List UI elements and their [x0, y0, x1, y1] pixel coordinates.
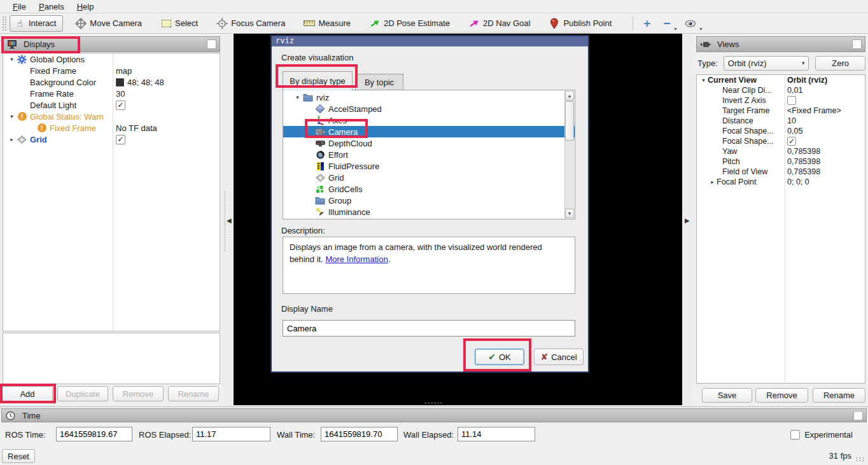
window-resize-grip[interactable] [855, 457, 865, 462]
row-focal-point[interactable]: ▸ Focal Point 0; 0; 0 [697, 177, 865, 187]
expand-arrow-icon[interactable]: ▾ [7, 56, 17, 62]
time-panel-header[interactable]: Time [1, 408, 867, 422]
tab-by-topic[interactable]: By topic [355, 74, 403, 90]
menu-file[interactable]: File [6, 1, 32, 12]
wall-elapsed-input[interactable] [458, 427, 535, 441]
row-focal-shape-size[interactable]: Focal Shape... 0,05 [697, 126, 865, 136]
row-background-color[interactable]: Background Color 48; 48; 48 [3, 76, 220, 88]
measure-tool-button[interactable]: Measure [300, 15, 357, 32]
property-value[interactable]: 10 [787, 116, 796, 126]
property-value[interactable]: 0,785398 [787, 167, 820, 177]
toolbar-grip-handle[interactable] [2, 16, 6, 31]
zero-button[interactable]: Zero [815, 56, 865, 71]
tool-properties-button[interactable] [681, 15, 703, 32]
tree-row-illuminance[interactable]: Illuminance [283, 206, 575, 218]
tree-row-effort[interactable]: Effort [283, 149, 575, 160]
rename-view-button[interactable]: Rename [813, 388, 865, 403]
focal-shape-checkbox[interactable]: ✓ [787, 137, 796, 146]
property-value[interactable]: 0,05 [787, 126, 802, 136]
expand-arrow-icon[interactable]: ▾ [293, 94, 302, 101]
remove-tool-dropdown-arrow[interactable]: ▾ [675, 26, 677, 32]
wall-time-input[interactable] [321, 427, 398, 441]
cancel-button[interactable]: ✘ Cancel [534, 349, 584, 365]
views-panel-checkbox[interactable] [852, 39, 862, 49]
dialog-titlebar[interactable]: rviz [272, 36, 588, 46]
scroll-up-arrow-icon[interactable]: ▲ [565, 91, 574, 101]
row-yaw[interactable]: Yaw 0,785398 [697, 146, 865, 156]
pose-estimate-tool-button[interactable]: 2D Pose Estimate [365, 15, 456, 32]
nav-goal-tool-button[interactable]: 2D Nav Goal [465, 15, 536, 32]
property-value[interactable]: 0; 0; 0 [787, 177, 809, 187]
property-value[interactable]: 48; 48; 48 [116, 76, 164, 88]
expand-arrow-icon[interactable]: ▸ [708, 179, 717, 185]
tree-row-rviz[interactable]: ▾ rviz [283, 92, 575, 103]
row-default-light[interactable]: Default Light ✓ [3, 99, 220, 111]
expand-arrow-icon[interactable]: ▾ [7, 113, 17, 120]
ros-elapsed-input[interactable] [192, 427, 270, 441]
row-current-view[interactable]: ▾ Current View Orbit (rviz) [697, 75, 865, 85]
focus-camera-tool-button[interactable]: Focus Camera [213, 15, 291, 32]
row-grid-display[interactable]: ▸ Grid ✓ [3, 134, 220, 145]
expand-arrow-icon[interactable]: ▸ [7, 136, 17, 142]
grid-checkbox[interactable]: ✓ [116, 135, 125, 144]
viewport-resize-handle[interactable] [424, 402, 442, 404]
property-value[interactable]: 0,785398 [787, 156, 820, 167]
left-splitter[interactable] [225, 191, 225, 251]
view-type-dropdown[interactable]: Orbit (rviz) ▾ [724, 56, 809, 71]
displays-panel-checkbox[interactable] [207, 39, 216, 49]
scrollbar-thumb[interactable] [565, 101, 574, 141]
ok-button[interactable]: ✔ OK [475, 349, 524, 365]
interact-tool-button[interactable]: ☝ Interact [10, 15, 63, 32]
row-target-frame[interactable]: Target Frame <Fixed Frame> [697, 106, 865, 116]
menu-panels[interactable]: Panels [32, 1, 71, 12]
display-name-input[interactable] [283, 320, 575, 337]
row-fixed-frame[interactable]: Fixed Frame map [3, 65, 220, 76]
remove-view-button[interactable]: Remove [755, 388, 808, 403]
reset-button[interactable]: Reset [2, 449, 35, 463]
row-field-of-view[interactable]: Field of View 0,785398 [697, 167, 865, 177]
row-global-options[interactable]: ▾ Global Options [3, 53, 220, 65]
publish-point-tool-button[interactable]: Publish Point [545, 15, 618, 32]
row-pitch[interactable]: Pitch 0,785398 [697, 156, 865, 167]
tree-row-depthcloud[interactable]: DepthCloud [283, 137, 575, 149]
collapse-left-arrow-icon[interactable]: ◀ [227, 217, 232, 224]
row-status-fixed-frame[interactable]: ! Fixed Frame No TF data [3, 122, 220, 134]
default-light-checkbox[interactable]: ✓ [116, 101, 125, 110]
views-panel-header[interactable]: Views [696, 36, 865, 52]
select-tool-button[interactable]: Select [157, 15, 204, 32]
ros-time-input[interactable] [56, 427, 132, 441]
more-information-link[interactable]: More Information [325, 254, 388, 264]
add-tool-button[interactable]: + [640, 15, 657, 32]
scroll-down-arrow-icon[interactable]: ▼ [565, 209, 574, 218]
row-global-status[interactable]: ▾ ! Global Status: Warn [3, 111, 220, 122]
tree-scrollbar[interactable]: ▲ ▼ [564, 91, 574, 218]
property-value[interactable]: 0,01 [787, 85, 802, 95]
tree-row-group[interactable]: Group [283, 195, 575, 206]
rename-button[interactable]: Rename [168, 386, 219, 401]
tree-row-fluidpressure[interactable]: FluidPressure [283, 160, 575, 172]
property-value[interactable]: 0,785398 [787, 146, 820, 156]
displays-panel-header[interactable]: Displays [3, 36, 220, 52]
collapse-right-arrow-icon[interactable]: ▶ [685, 217, 690, 224]
tree-row-axes[interactable]: Axes [283, 115, 575, 126]
tab-by-display-type[interactable]: By display type [283, 71, 353, 90]
add-button[interactable]: Add [2, 386, 53, 401]
row-invert-z[interactable]: Invert Z Axis [697, 95, 865, 106]
eye-dropdown-arrow[interactable]: ▾ [700, 26, 703, 32]
menu-help[interactable]: Help [71, 1, 101, 12]
row-frame-rate[interactable]: Frame Rate 30 [3, 88, 220, 99]
move-camera-tool-button[interactable]: Move Camera [71, 15, 148, 32]
tree-row-accelstamped[interactable]: AccelStamped [283, 103, 575, 115]
row-near-clip[interactable]: Near Clip Di... 0,01 [697, 85, 865, 95]
tree-row-grid[interactable]: Grid [283, 172, 575, 183]
row-focal-shape-fixed[interactable]: Focal Shape... ✓ [697, 136, 865, 146]
remove-button[interactable]: Remove [113, 386, 164, 401]
experimental-checkbox[interactable] [790, 430, 800, 440]
save-view-button[interactable]: Save [702, 388, 752, 403]
row-distance[interactable]: Distance 10 [697, 116, 865, 126]
time-panel-checkbox[interactable] [853, 411, 863, 420]
property-value[interactable]: map [116, 65, 132, 76]
tree-row-gridcells[interactable]: GridCells [283, 183, 575, 195]
property-value[interactable]: 30 [116, 88, 125, 99]
expand-arrow-icon[interactable]: ▾ [699, 77, 708, 83]
